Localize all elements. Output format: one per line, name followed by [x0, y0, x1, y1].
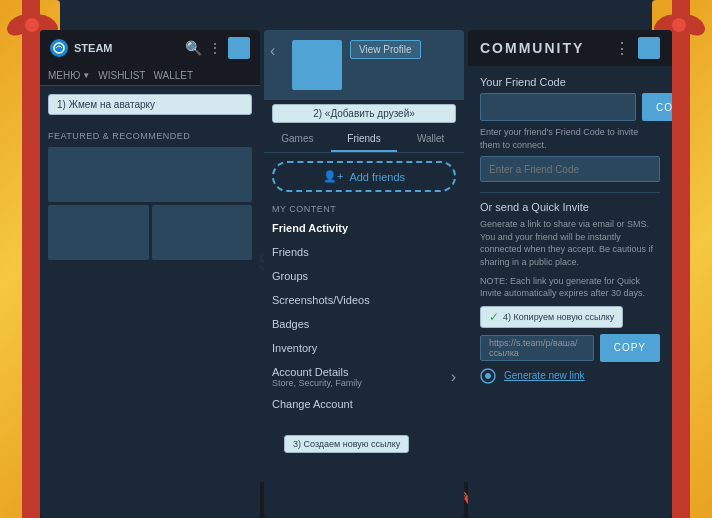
my-content-label: MY CONTENT	[264, 200, 464, 216]
check-icon: ✓	[489, 310, 499, 324]
note-text: NOTE: Each link you generate for Quick I…	[480, 275, 660, 300]
change-account-item[interactable]: Change Account	[264, 394, 464, 414]
list-item-friend-activity[interactable]: Friend Activity	[264, 216, 464, 240]
account-details-info: Account Details Store, Security, Family	[272, 366, 362, 388]
account-chevron-icon: ›	[451, 368, 456, 386]
user-avatar-small[interactable]	[228, 37, 250, 59]
svg-point-5	[672, 18, 686, 32]
quick-invite-label: Or send a Quick Invite	[480, 201, 660, 213]
view-profile-button[interactable]: View Profile	[350, 40, 421, 59]
tab-games[interactable]: Games	[264, 127, 331, 152]
profile-popup-panel: ‹ View Profile 2) «Добавить друзей» Game…	[264, 30, 464, 518]
svg-point-8	[485, 373, 491, 379]
quick-invite-section: Or send a Quick Invite Generate a link t…	[480, 201, 660, 384]
friend-code-label: Your Friend Code	[480, 76, 660, 88]
profile-header: ‹ View Profile	[264, 30, 464, 100]
add-friends-button[interactable]: 👤+ Add friends	[272, 161, 456, 192]
search-icon[interactable]: 🔍	[185, 40, 202, 56]
list-item-friends[interactable]: Friends	[264, 240, 464, 264]
add-friends-icon: 👤+	[323, 170, 343, 183]
tab-wallet[interactable]: Wallet	[397, 127, 464, 152]
friend-code-section: Your Friend Code COPY Enter your friend'…	[480, 76, 660, 182]
community-avatar[interactable]	[638, 37, 660, 59]
list-item-inventory[interactable]: Inventory	[264, 336, 464, 360]
community-title: COMMUNITY	[480, 40, 584, 56]
profile-tabs: Games Friends Wallet	[264, 127, 464, 153]
community-menu-icon[interactable]: ⋮	[614, 39, 630, 58]
svg-point-6	[54, 43, 64, 53]
steam-logo-text: STEAM	[74, 42, 113, 54]
copy-tooltip-callout: ✓ 4) Копируем новую ссылку	[480, 306, 623, 328]
list-item-badges[interactable]: Badges	[264, 312, 464, 336]
account-details-section[interactable]: Account Details Store, Security, Family …	[264, 360, 464, 394]
generate-link-icon	[480, 368, 496, 384]
enter-friend-code-input[interactable]	[480, 156, 660, 182]
link-display: https://s.team/p/ваша/ссылка	[480, 335, 594, 361]
divider	[480, 192, 660, 193]
ribbon-left	[22, 0, 40, 518]
community-header-icons: ⋮	[614, 37, 660, 59]
generate-link-row: Generate new link	[480, 368, 660, 384]
generate-new-link-button[interactable]: Generate new link	[504, 370, 585, 381]
nav-wishlist[interactable]: WISHLIST	[98, 70, 145, 81]
quick-invite-desc: Generate a link to share via email or SM…	[480, 218, 660, 268]
featured-item-2	[152, 205, 253, 260]
nav-menu[interactable]: МЕНЮ ▼	[48, 70, 90, 81]
tab-friends[interactable]: Friends	[331, 127, 398, 152]
invite-description: Enter your friend's Friend Code to invit…	[480, 126, 660, 151]
create-link-tooltip: 3) Создаем новую ссылку	[284, 435, 409, 453]
friend-code-input[interactable]	[480, 93, 636, 121]
tooltip-avatar-hint: 1) Жмем на аватарку	[48, 94, 252, 115]
list-item-screenshots[interactable]: Screenshots/Videos	[264, 288, 464, 312]
list-item-groups[interactable]: Groups	[264, 264, 464, 288]
featured-grid	[48, 147, 252, 260]
steam-header: STEAM 🔍 ⋮	[40, 30, 260, 66]
copy-friend-code-button[interactable]: COPY	[642, 93, 672, 121]
steam-nav-bar: МЕНЮ ▼ WISHLIST WALLET	[40, 66, 260, 86]
profile-avatar	[292, 40, 342, 90]
featured-section: FEATURED & RECOMMENDED	[40, 123, 260, 268]
link-row: https://s.team/p/ваша/ссылка COPY	[480, 334, 660, 362]
community-content: Your Friend Code COPY Enter your friend'…	[468, 66, 672, 394]
content-list: Friend Activity Friends Groups Screensho…	[264, 216, 464, 360]
featured-item-wide	[48, 147, 252, 202]
menu-dots-icon[interactable]: ⋮	[208, 40, 222, 56]
steam-logo-icon	[50, 39, 68, 57]
back-arrow-icon[interactable]: ‹	[270, 42, 275, 60]
ribbon-right	[672, 0, 690, 518]
svg-point-2	[25, 18, 39, 32]
copy-link-button[interactable]: COPY	[600, 334, 660, 362]
featured-label: FEATURED & RECOMMENDED	[48, 131, 252, 141]
featured-item-1	[48, 205, 149, 260]
friend-code-input-row: COPY	[480, 93, 660, 121]
community-header: COMMUNITY ⋮	[468, 30, 672, 66]
community-panel: COMMUNITY ⋮ Your Friend Code COPY Enter …	[468, 30, 672, 518]
steam-main-panel: STEAM 🔍 ⋮ МЕНЮ ▼ WISHLIST WALLET 1) Жмем…	[40, 30, 260, 518]
add-friends-tooltip: 2) «Добавить друзей»	[272, 104, 456, 123]
nav-wallet[interactable]: WALLET	[153, 70, 193, 81]
